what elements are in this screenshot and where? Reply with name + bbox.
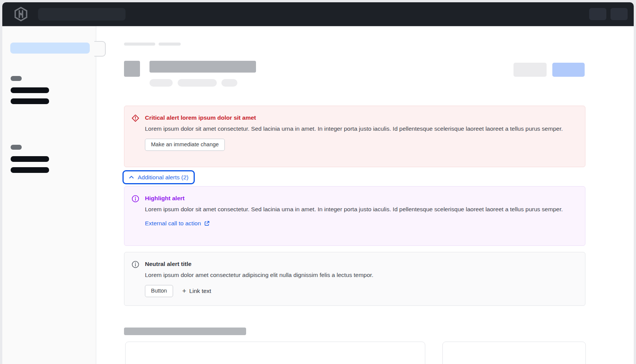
alert-actions: Button + Link text [145, 285, 373, 297]
section-heading-placeholder [124, 328, 246, 335]
header-primary-button[interactable] [552, 63, 585, 77]
sidebar-section-label [11, 145, 22, 150]
header-secondary-button[interactable] [514, 63, 547, 77]
page-title-placeholder [149, 61, 256, 73]
page-meta-badge [178, 79, 217, 87]
alert-description: Lorem ipsum dolor sit amet consectetur. … [145, 124, 563, 133]
navbar-actions [589, 8, 628, 20]
sidebar-link[interactable] [11, 167, 49, 173]
critical-alert: Critical alert lorem ipsum dolor sit ame… [124, 106, 585, 167]
sidebar-section-label [11, 76, 22, 81]
app-window: Critical alert lorem ipsum dolor sit ame… [2, 2, 634, 364]
sidebar [2, 26, 96, 364]
app-body: Critical alert lorem ipsum dolor sit ame… [2, 26, 634, 364]
link-label: Link text [189, 288, 211, 294]
navbar-help-button[interactable] [589, 8, 606, 20]
alert-content: Highlight alert Lorem ipsum dolor sit am… [145, 194, 563, 245]
external-link-icon [204, 220, 210, 226]
main-content: Critical alert lorem ipsum dolor sit ame… [96, 26, 634, 364]
alert-content: Critical alert lorem ipsum dolor sit ame… [145, 113, 563, 167]
sidebar-active-item[interactable] [10, 43, 90, 54]
sidebar-link[interactable] [11, 98, 49, 104]
alert-title: Critical alert lorem ipsum dolor sit ame… [145, 113, 563, 122]
sidebar-link[interactable] [11, 156, 49, 162]
highlight-alert: Highlight alert Lorem ipsum dolor sit am… [124, 186, 585, 246]
breadcrumb-item[interactable] [124, 43, 155, 46]
search-input[interactable] [38, 8, 126, 21]
page-icon-placeholder [124, 61, 140, 77]
link-label: External call to action [145, 220, 201, 227]
sidebar-link[interactable] [11, 87, 49, 93]
alert-title: Highlight alert [145, 194, 563, 203]
add-link[interactable]: + Link text [182, 288, 211, 294]
content-card [442, 342, 586, 364]
additional-alerts-toggle[interactable]: Additional alerts (2) [122, 170, 195, 184]
critical-alert-action-button[interactable]: Make an immediate change [145, 139, 225, 151]
alert-title: Neutral alert title [145, 260, 373, 269]
top-navbar [2, 2, 634, 26]
content-card [125, 342, 425, 364]
plus-icon: + [182, 288, 186, 294]
navbar-user-menu-button[interactable] [611, 8, 628, 20]
page-meta-badge [221, 79, 237, 87]
info-circle-icon [131, 194, 140, 245]
neutral-alert: Neutral alert title Lorem ipsum dolor am… [124, 252, 585, 306]
alert-content: Neutral alert title Lorem ipsum dolor am… [145, 260, 373, 305]
breadcrumb-item[interactable] [159, 43, 181, 46]
neutral-alert-button[interactable]: Button [145, 285, 173, 297]
toggle-label: Additional alerts (2) [138, 174, 189, 181]
external-call-to-action-link[interactable]: External call to action [145, 220, 210, 227]
page-meta-badge [149, 79, 173, 87]
alert-description: Lorem ipsum dolor sit amet consectetur. … [145, 205, 563, 214]
alert-description: Lorem ipsum dolor amet consectetur adipi… [145, 271, 373, 279]
hashicorp-logo [14, 6, 28, 22]
alert-diamond-icon [131, 113, 140, 167]
desktop-background: Critical alert lorem ipsum dolor sit ame… [0, 0, 636, 364]
info-circle-icon [131, 260, 140, 305]
chevron-up-icon [129, 174, 134, 180]
sidebar-collapse-handle[interactable] [94, 41, 106, 57]
